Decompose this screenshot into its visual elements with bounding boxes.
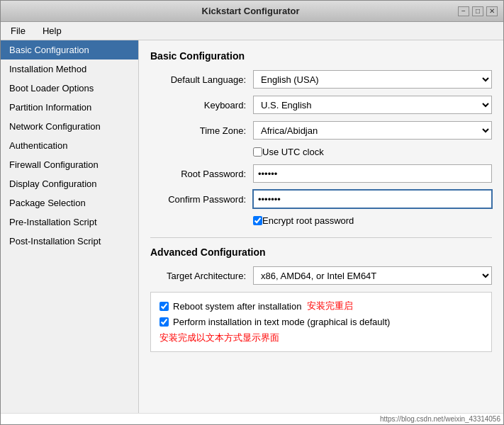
target-arch-label: Target Architecture: — [150, 271, 253, 281]
sidebar-item-post-installation-script[interactable]: Post-Installation Script — [1, 232, 138, 251]
utc-label: Use UTC clock — [262, 147, 324, 157]
confirm-password-control — [253, 190, 492, 208]
default-language-select[interactable]: English (USA) — [253, 70, 492, 89]
reboot-label: Reboot system after installation — [173, 301, 301, 312]
root-password-label: Root Password: — [150, 169, 253, 179]
confirm-password-label: Confirm Password: — [150, 194, 253, 205]
minimize-button[interactable]: − — [458, 6, 469, 16]
root-password-control — [253, 164, 492, 183]
target-arch-control: x86, AMD64, or Intel EM64T — [253, 266, 492, 285]
sidebar-item-pre-installation-script[interactable]: Pre-Installation Script — [1, 212, 138, 232]
keyboard-select[interactable]: U.S. English — [253, 96, 492, 114]
watermark: https://blog.csdn.net/weixin_43314056 — [1, 413, 503, 424]
timezone-select[interactable]: Africa/Abidjan — [253, 121, 492, 140]
keyboard-control: U.S. English — [253, 96, 492, 114]
timezone-label: Time Zone: — [150, 125, 253, 136]
confirm-password-row: Confirm Password: — [150, 190, 492, 208]
main-window: Kickstart Configurator − □ ✕ File Help B… — [0, 0, 504, 425]
sidebar-item-firewall-configuration[interactable]: Firewall Configuration — [1, 155, 138, 174]
main-panel: Basic Configuration Default Language: En… — [139, 40, 503, 413]
window-title: Kickstart Configurator — [43, 6, 458, 16]
text-mode-row: Perform installation in text mode (graph… — [159, 317, 483, 327]
reboot-note: 安装完重启 — [307, 300, 353, 312]
file-menu[interactable]: File — [6, 24, 30, 38]
default-language-row: Default Language: English (USA) — [150, 70, 492, 89]
confirm-password-input[interactable] — [253, 190, 492, 208]
sidebar-item-partition-information[interactable]: Partition Information — [1, 98, 138, 117]
keyboard-label: Keyboard: — [150, 100, 253, 110]
timezone-control: Africa/Abidjan — [253, 121, 492, 140]
root-password-input[interactable] — [253, 164, 492, 183]
default-language-control: English (USA) — [253, 70, 492, 89]
sidebar-item-authentication[interactable]: Authentication — [1, 136, 138, 155]
maximize-button[interactable]: □ — [472, 6, 483, 16]
keyboard-row: Keyboard: U.S. English — [150, 96, 492, 114]
root-password-row: Root Password: — [150, 164, 492, 183]
advanced-config-title: Advanced Configuration — [150, 246, 492, 258]
sidebar-item-package-selection[interactable]: Package Selection — [1, 193, 138, 212]
menu-bar: File Help — [1, 22, 503, 40]
sidebar-item-network-configuration[interactable]: Network Configuration — [1, 117, 138, 136]
sidebar-item-installation-method[interactable]: Installation Method — [1, 60, 138, 79]
target-arch-row: Target Architecture: x86, AMD64, or Inte… — [150, 266, 492, 285]
encrypt-row: Encrypt root password — [150, 215, 492, 226]
text-mode-checkbox[interactable] — [159, 317, 169, 327]
content-area: Basic ConfigurationInstallation MethodBo… — [1, 40, 503, 413]
sidebar: Basic ConfigurationInstallation MethodBo… — [1, 40, 139, 413]
sidebar-item-basic-configuration[interactable]: Basic Configuration — [1, 40, 138, 60]
utc-checkbox[interactable] — [253, 147, 262, 157]
sidebar-item-display-configuration[interactable]: Display Configuration — [1, 174, 138, 193]
help-menu[interactable]: Help — [38, 24, 66, 38]
default-language-label: Default Language: — [150, 74, 253, 85]
encrypt-label: Encrypt root password — [262, 215, 354, 226]
close-button[interactable]: ✕ — [486, 6, 498, 16]
reboot-checkbox[interactable] — [159, 302, 169, 311]
advanced-options-box: Reboot system after installation 安装完重启 P… — [150, 292, 492, 352]
target-arch-select[interactable]: x86, AMD64, or Intel EM64T — [253, 266, 492, 285]
window-controls: − □ ✕ — [458, 6, 498, 16]
sidebar-item-boot-loader-options[interactable]: Boot Loader Options — [1, 79, 138, 98]
text-mode-label: Perform installation in text mode (graph… — [173, 317, 390, 327]
text-mode-note: 安装完成以文本方式显示界面 — [159, 332, 483, 344]
title-bar: Kickstart Configurator − □ ✕ — [1, 1, 503, 22]
encrypt-checkbox[interactable] — [253, 216, 262, 225]
utc-row: Use UTC clock — [150, 147, 492, 157]
basic-config-title: Basic Configuration — [150, 50, 492, 62]
timezone-row: Time Zone: Africa/Abidjan — [150, 121, 492, 140]
reboot-row: Reboot system after installation 安装完重启 — [159, 300, 483, 312]
advanced-section: Advanced Configuration Target Architectu… — [150, 237, 492, 352]
